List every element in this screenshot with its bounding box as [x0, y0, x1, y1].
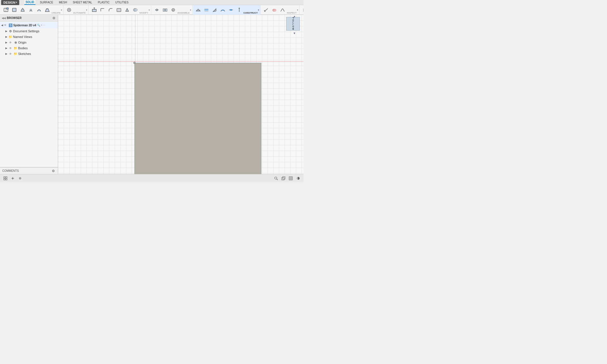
camera-button[interactable]: [17, 176, 23, 181]
tab-utilities[interactable]: UTILITIES: [114, 0, 130, 5]
corner-handle[interactable]: [133, 62, 136, 64]
design-button[interactable]: DESIGN ▾: [1, 0, 19, 5]
root-options-icon[interactable]: ⋯: [43, 24, 45, 27]
tab-solid[interactable]: SOLID: [24, 0, 35, 5]
scale-button[interactable]: [123, 7, 131, 13]
svg-line-36: [264, 8, 268, 11]
extrude-icon: [20, 7, 26, 13]
named-views-expand[interactable]: ▶: [5, 35, 8, 38]
new-body-button[interactable]: [10, 7, 18, 13]
tree-root-item[interactable]: ◀ 👁 S Spiderman 2D v4 🔍 + ⋯: [0, 22, 58, 28]
plane-at-angle-icon: [211, 7, 218, 13]
construct-dropdown[interactable]: ▾: [258, 9, 259, 11]
root-doc-icon: S: [9, 23, 12, 27]
browser-tree: ◀ 👁 S Spiderman 2D v4 🔍 + ⋯ ▶ ⚙ Document…: [0, 22, 58, 167]
tangent-plane-button[interactable]: [219, 7, 227, 13]
shell-icon: [116, 7, 122, 13]
tree-item-bodies[interactable]: ▶ 👁 📁 Bodies: [0, 45, 58, 51]
assemble-dropdown[interactable]: ▾: [190, 9, 191, 11]
origin-expand[interactable]: ▶: [5, 41, 8, 44]
statusbar: [0, 174, 304, 182]
interference-button[interactable]: [270, 7, 278, 13]
shell-button[interactable]: [115, 7, 123, 13]
tab-surface[interactable]: SURFACE: [39, 0, 54, 5]
browser-settings-icon[interactable]: ⚙: [52, 16, 56, 20]
svg-rect-48: [6, 177, 7, 178]
extrude-button[interactable]: [19, 7, 27, 13]
snap-dot-button[interactable]: [10, 176, 16, 181]
sketches-expand[interactable]: ▶: [5, 52, 8, 55]
tree-item-sketches[interactable]: ▶ 👁 📁 Sketches: [0, 51, 58, 57]
comments-settings-icon[interactable]: ⚙: [51, 169, 55, 173]
tree-item-document-settings[interactable]: ▶ ⚙ Document Settings: [0, 28, 58, 34]
press-pull-button[interactable]: [90, 7, 98, 13]
tree-item-named-views[interactable]: ▶ 📁 Named Views: [0, 34, 58, 40]
snap-grid-button[interactable]: [2, 176, 8, 181]
browser-back-icon[interactable]: ◀◀: [2, 17, 6, 20]
horizontal-axis-line: [58, 61, 304, 62]
axis-button[interactable]: [235, 7, 243, 13]
chamfer-button[interactable]: [107, 7, 115, 13]
tab-plastic[interactable]: PLASTIC: [97, 0, 111, 5]
svg-rect-14: [118, 9, 120, 11]
viewport[interactable]: FOLLOW ▲ ▼: [58, 15, 304, 174]
rigid-group-icon: [162, 7, 168, 13]
create-label: CREATE: [52, 12, 61, 15]
root-add-icon[interactable]: +: [41, 24, 42, 27]
toolbar-group-insert: A INSERT ▾: [300, 5, 304, 15]
new-body-icon: [11, 7, 18, 13]
joint-icon: [154, 7, 160, 13]
automate-button[interactable]: [65, 7, 73, 13]
sweep-button[interactable]: [35, 7, 43, 13]
viewcube-up-arrow[interactable]: ▲: [293, 15, 296, 18]
root-search-icon[interactable]: 🔍: [37, 24, 40, 27]
offset-plane-button[interactable]: [194, 7, 202, 13]
tab-sheet-metal[interactable]: SHEET METAL: [72, 0, 93, 5]
automate-dropdown[interactable]: ▾: [86, 9, 87, 11]
tangent-plane-icon: [220, 7, 226, 13]
curvature-button[interactable]: [279, 7, 287, 13]
root-eye-icon[interactable]: 👁: [4, 24, 8, 27]
tree-item-origin[interactable]: ▶ 👁 ⊕ Origin: [0, 40, 58, 45]
joint-button[interactable]: [153, 7, 161, 13]
toolbar: DESIGN ▾ SOLID SURFACE MESH SHEET METAL …: [0, 0, 304, 15]
svg-point-51: [12, 178, 13, 179]
insert-mesh-button[interactable]: [301, 7, 304, 13]
create-dropdown[interactable]: ▾: [61, 9, 62, 11]
render-mode-button[interactable]: [295, 176, 301, 181]
offset-plane-icon: [195, 7, 201, 13]
drive-joint-button[interactable]: [169, 7, 177, 13]
modify-dropdown[interactable]: ▾: [149, 9, 150, 11]
viewcube-face[interactable]: FOLLOW: [286, 17, 300, 31]
zoom-button[interactable]: [273, 176, 279, 181]
toolbar-group-inspect: INSPECT ▾: [261, 5, 300, 15]
grid-button[interactable]: [288, 176, 294, 181]
loft-button[interactable]: [43, 7, 51, 13]
sketches-eye-icon[interactable]: 👁: [8, 52, 12, 56]
curvature-icon: [279, 7, 286, 13]
midplane-button[interactable]: [202, 7, 210, 13]
inspect-dropdown[interactable]: ▾: [297, 9, 298, 11]
new-component-icon: [3, 7, 9, 13]
bodies-expand[interactable]: ▶: [5, 46, 8, 50]
display-cube-button[interactable]: [280, 176, 287, 181]
3d-body[interactable]: [134, 63, 261, 174]
svg-point-57: [20, 178, 20, 179]
measure-button[interactable]: [262, 7, 270, 13]
doc-settings-expand[interactable]: ▶: [5, 29, 8, 33]
comments-bar: COMMENTS ⚙: [0, 167, 58, 174]
svg-rect-61: [283, 177, 285, 179]
bodies-eye-icon[interactable]: 👁: [8, 46, 12, 50]
revolve-button[interactable]: [27, 7, 35, 13]
plane-at-angle-button[interactable]: [211, 7, 219, 13]
combine-button[interactable]: [131, 7, 139, 13]
origin-eye-icon[interactable]: 👁: [8, 40, 12, 44]
viewcube-down-arrow[interactable]: ▼: [293, 32, 296, 35]
tab-mesh[interactable]: MESH: [58, 0, 68, 5]
midpoint-button[interactable]: [227, 7, 235, 13]
fillet-button[interactable]: [99, 7, 106, 13]
scale-icon: [124, 7, 130, 13]
new-component-button[interactable]: [2, 7, 10, 13]
rigid-group-button[interactable]: [161, 7, 169, 13]
viewcube[interactable]: FOLLOW ▲ ▼: [284, 17, 301, 34]
